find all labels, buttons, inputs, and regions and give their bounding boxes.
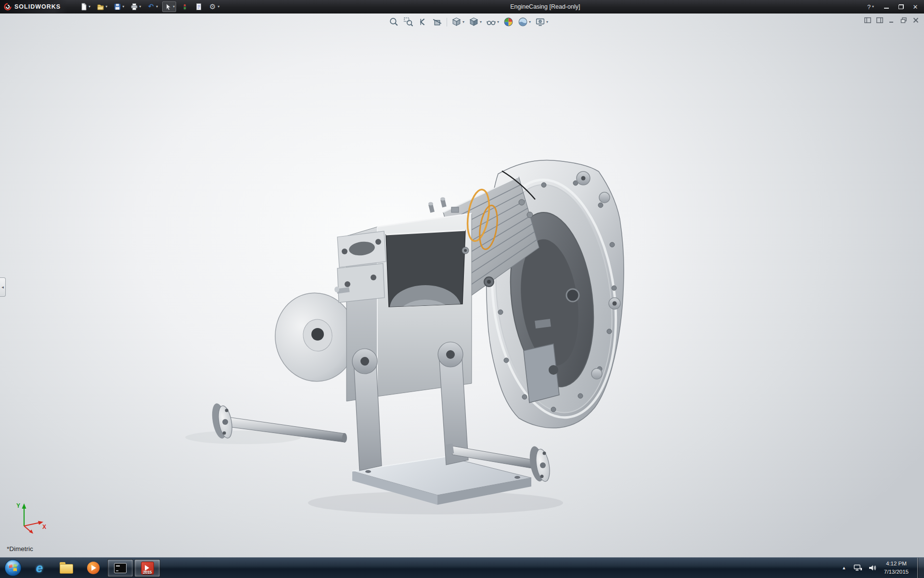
brand-text: SOLIDWORKS [14, 3, 61, 10]
document-restore-button[interactable] [899, 16, 908, 24]
solidworks-icon: 2015 [141, 562, 154, 575]
y-axis-label: Y [16, 502, 20, 509]
glasses-icon [486, 17, 496, 27]
chevron-down-icon[interactable]: ▾ [105, 5, 107, 9]
options-button[interactable]: ⚙ ▾ [207, 1, 221, 12]
windows-start-orb-icon [4, 559, 22, 577]
clock-time: 4:12 PM [884, 560, 909, 568]
close-icon [912, 17, 919, 23]
chevron-down-icon[interactable]: ▾ [139, 5, 141, 9]
previous-view-icon [418, 17, 428, 27]
y-axis-arrow [22, 503, 26, 509]
chevron-down-icon[interactable]: ▾ [497, 20, 499, 24]
document-close-button[interactable] [911, 16, 920, 24]
taskbar-item-command-prompt[interactable] [107, 559, 133, 577]
taskbar-clock[interactable]: 4:12 PM 7/13/2015 [884, 560, 909, 576]
file-properties-button[interactable] [193, 1, 204, 12]
chevron-down-icon[interactable]: ▾ [480, 20, 482, 24]
taskbar-item-solidworks-2015[interactable]: 2015 [134, 559, 160, 577]
rebuild-icon [180, 2, 189, 11]
taskbar-item-media-player[interactable] [80, 559, 106, 577]
select-button[interactable]: ▾ [162, 1, 176, 12]
minimize-icon [884, 5, 889, 9]
rebuild-button[interactable] [179, 1, 190, 12]
select-cursor-icon [164, 2, 172, 11]
solidworks-logo: SOLIDWORKS [0, 0, 67, 13]
system-tray: ▲ 4:12 PM 7/13/2015 [840, 558, 924, 578]
volume-icon[interactable] [868, 564, 877, 572]
pane-right-button[interactable] [875, 16, 884, 24]
chevron-down-icon[interactable]: ▾ [156, 5, 158, 9]
minimize-button[interactable] [880, 1, 893, 12]
pane-left-button[interactable] [863, 16, 872, 24]
file-properties-icon [194, 2, 203, 11]
document-window-controls [863, 16, 920, 24]
solidworks-version-badge: 2015 [141, 570, 154, 575]
undo-icon: ↶ [147, 2, 155, 11]
taskbar-item-windows-explorer[interactable] [53, 559, 79, 577]
engine-casing-model[interactable] [0, 13, 924, 557]
chevron-down-icon[interactable]: ▾ [122, 5, 124, 9]
network-icon[interactable] [853, 564, 863, 572]
section-view-button[interactable] [431, 16, 443, 28]
zoom-to-fit-icon [389, 17, 399, 27]
view-orientation-label: *Dimetric [7, 545, 33, 552]
undo-button[interactable]: ↶ ▾ [145, 1, 159, 12]
chevron-down-icon[interactable]: ▾ [218, 5, 219, 9]
view-settings-button[interactable]: ▾ [534, 16, 549, 28]
solidworks-window: SOLIDWORKS ▾ ▾ ▾ ▾ [0, 0, 924, 578]
reference-triad: Y X [12, 499, 50, 538]
chevron-down-icon: ▾ [872, 5, 874, 9]
save-button[interactable]: ▾ [112, 1, 126, 12]
title-bar: SOLIDWORKS ▾ ▾ ▾ ▾ [0, 0, 924, 13]
open-button[interactable]: ▾ [95, 1, 109, 12]
show-hidden-icons-button[interactable]: ▲ [840, 565, 848, 570]
zoom-to-area-icon [403, 17, 413, 27]
taskbar-item-internet-explorer[interactable]: e [26, 559, 52, 577]
maximize-restore-button[interactable] [894, 1, 908, 12]
featuremanager-collapsed-tab[interactable]: ◂ [0, 277, 6, 297]
graphics-viewport[interactable]: ▾ ▾ ▾ ▾ ▾ [0, 13, 924, 557]
help-button[interactable]: ? ▾ [862, 1, 879, 12]
display-style-button[interactable]: ▾ [468, 16, 483, 28]
document-title: EngineCasing [Read-only] [510, 3, 580, 10]
scene-sphere-icon [518, 17, 528, 27]
close-button[interactable]: ✕ [909, 1, 922, 12]
x-axis-label: X [42, 524, 46, 530]
pane-left-icon [864, 17, 871, 23]
intake-flange[interactable] [334, 231, 386, 302]
show-desktop-button[interactable] [917, 558, 924, 578]
zoom-to-fit-button[interactable] [388, 16, 400, 28]
chevron-down-icon[interactable]: ▾ [462, 20, 464, 24]
internet-explorer-icon: e [36, 562, 43, 574]
print-icon [130, 2, 138, 11]
edit-appearance-button[interactable] [502, 16, 514, 28]
chevron-left-icon: ◂ [1, 285, 4, 289]
pane-right-icon [876, 17, 883, 23]
new-document-button[interactable]: ▾ [78, 1, 92, 12]
section-view-icon [432, 17, 442, 27]
gear-icon: ⚙ [208, 2, 217, 11]
chevron-down-icon[interactable]: ▾ [546, 20, 548, 24]
restore-icon [898, 4, 904, 9]
command-prompt-icon [114, 563, 127, 573]
new-document-icon [79, 2, 88, 11]
chevron-down-icon[interactable]: ▾ [529, 20, 531, 24]
previous-view-button[interactable] [417, 16, 429, 28]
folder-icon [60, 564, 73, 574]
restore-icon [900, 17, 907, 23]
view-settings-icon [535, 17, 545, 27]
view-orientation-cube-icon [451, 17, 462, 27]
zoom-to-area-button[interactable] [402, 16, 414, 28]
document-minimize-button[interactable] [887, 16, 896, 24]
start-button[interactable] [0, 558, 26, 578]
chevron-down-icon[interactable]: ▾ [89, 5, 90, 9]
apply-scene-button[interactable]: ▾ [517, 16, 532, 28]
view-orientation-button[interactable]: ▾ [450, 16, 465, 28]
hide-show-items-button[interactable]: ▾ [485, 16, 500, 28]
chevron-down-icon[interactable]: ▾ [173, 5, 175, 9]
appearance-ball-icon [503, 17, 513, 27]
quick-access-toolbar: ▾ ▾ ▾ ▾ ↶ ▾ [78, 1, 221, 12]
minimize-icon [888, 17, 895, 23]
print-button[interactable]: ▾ [128, 1, 142, 12]
